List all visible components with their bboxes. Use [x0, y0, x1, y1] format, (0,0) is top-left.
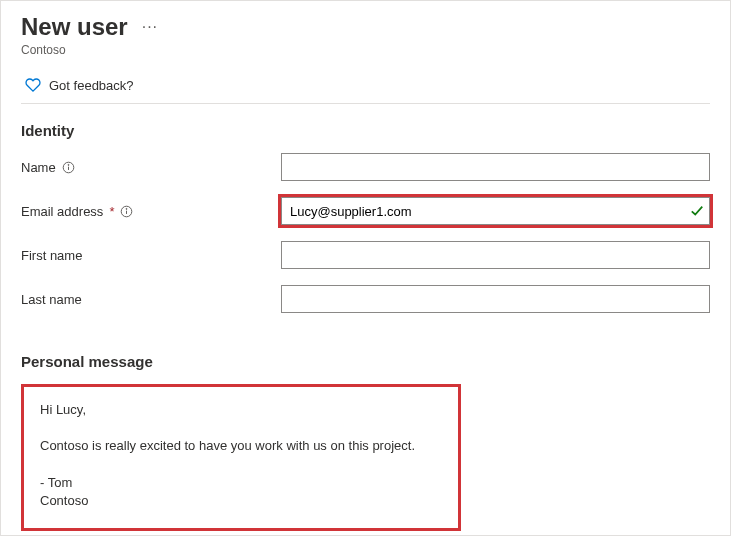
section-identity-title: Identity — [21, 122, 710, 139]
lastname-input[interactable] — [281, 285, 710, 313]
firstname-label: First name — [21, 248, 82, 263]
personal-message-textarea[interactable]: Hi Lucy, Contoso is really excited to ha… — [21, 384, 461, 531]
feedback-link[interactable]: Got feedback? — [21, 71, 710, 104]
svg-point-5 — [126, 208, 127, 209]
feedback-label: Got feedback? — [49, 78, 134, 93]
more-actions-icon[interactable]: ··· — [142, 18, 158, 36]
name-label: Name — [21, 160, 56, 175]
org-name: Contoso — [21, 43, 710, 57]
email-highlighted-region — [281, 197, 710, 225]
section-personal-message-title: Personal message — [21, 353, 710, 370]
heart-icon — [25, 77, 41, 93]
checkmark-icon — [690, 204, 704, 218]
name-input[interactable] — [281, 153, 710, 181]
firstname-input[interactable] — [281, 241, 710, 269]
svg-point-2 — [68, 164, 69, 165]
page-title: New user — [21, 13, 128, 41]
email-label: Email address — [21, 204, 103, 219]
lastname-label: Last name — [21, 292, 82, 307]
email-input[interactable] — [281, 197, 710, 225]
required-indicator: * — [109, 204, 114, 219]
info-icon[interactable] — [120, 205, 133, 218]
info-icon[interactable] — [62, 161, 75, 174]
